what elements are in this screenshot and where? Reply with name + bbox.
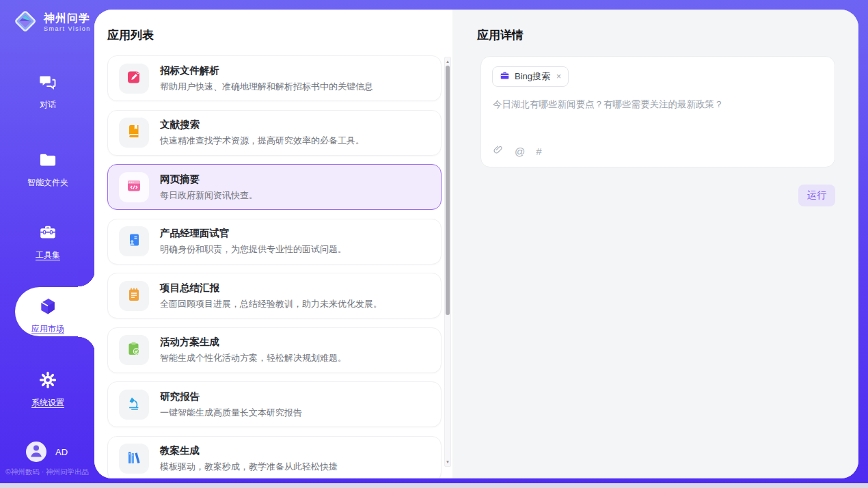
query-input[interactable]: 今日湖北有哪些新闻要点？有哪些需要关注的最新政策？ — [493, 98, 824, 111]
diamond-logo-icon — [12, 8, 38, 37]
app-title: 文献搜索 — [160, 118, 364, 131]
books-icon — [126, 449, 142, 468]
icon-tile — [119, 335, 149, 365]
microscope-icon — [126, 395, 142, 414]
sidebar-item-smart-folders[interactable]: 智能文件夹 — [0, 150, 96, 189]
folder-icon — [38, 150, 57, 172]
brand-tagline: Smart Vision — [44, 26, 91, 32]
avatar — [26, 442, 46, 462]
tool-chip-bing-search[interactable]: Bing搜索 × — [492, 66, 569, 87]
paperclip-icon[interactable] — [493, 144, 504, 158]
main-content: 应用列表 招标文件解析 帮助用户快速 — [94, 10, 858, 478]
app-card-bid-document-parsing[interactable]: 招标文件解析 帮助用户快速、准确地理解和解析招标书中的关键信息 — [107, 55, 442, 101]
app-list-panel: 应用列表 招标文件解析 帮助用户快速 — [94, 10, 452, 478]
app-card-research-report[interactable]: 研究报告 一键智能生成高质量长文本研究报告 — [107, 381, 442, 427]
hash-icon[interactable]: # — [536, 146, 541, 157]
sidebar-item-label: 对话 — [40, 99, 56, 111]
icon-tile — [119, 118, 149, 148]
app-title: 活动方案生成 — [160, 336, 347, 349]
app-card-literature-search[interactable]: 文献搜索 快速精准查找学术资源，提高研究效率的必备工具。 — [107, 110, 442, 156]
toolbox-icon — [38, 223, 57, 245]
run-button[interactable]: 运行 — [798, 185, 835, 206]
app-title: 招标文件解析 — [160, 64, 373, 77]
brand-name: 神州问学 — [44, 13, 91, 25]
icon-tile — [119, 226, 149, 256]
app-card-project-summary[interactable]: 项目总结汇报 全面回顾项目进展，总结经验教训，助力未来优化发展。 — [107, 273, 442, 318]
app-desc: 快速精准查找学术资源，提高研究效率的必备工具。 — [160, 135, 364, 147]
book-icon — [126, 123, 142, 142]
app-list-scrollbar[interactable]: ▲ ▼ — [444, 57, 451, 467]
briefcase-icon — [500, 70, 510, 83]
user-account[interactable]: AD — [26, 442, 68, 462]
cube-icon — [38, 297, 57, 318]
sidebar-item-chat[interactable]: 对话 — [0, 72, 96, 111]
app-title: 网页摘要 — [160, 173, 258, 186]
chat-icon — [38, 72, 57, 94]
app-title: 产品经理面试官 — [160, 227, 347, 240]
app-title: 教案生成 — [160, 444, 338, 457]
app-desc: 全面回顾项目进展，总结经验教训，助力未来优化发展。 — [160, 298, 382, 310]
app-desc: 帮助用户快速、准确地理解和解析招标书中的关键信息 — [160, 81, 373, 93]
app-title: 研究报告 — [160, 390, 302, 403]
sidebar-item-label: 工具集 — [36, 249, 60, 261]
user-initials: AD — [55, 447, 68, 457]
app-card-lesson-plan[interactable]: 教案生成 模板驱动，教案秒成，教学准备从此轻松快捷 — [107, 436, 442, 479]
icon-tile — [119, 444, 149, 474]
interview-doc-icon — [126, 232, 142, 251]
app-detail-panel: 应用详情 Bing搜索 × 今日湖北有哪些新闻要点？有哪些需要关注的最新政策？ — [452, 10, 858, 478]
sidebar-item-label: 系统设置 — [31, 397, 64, 409]
app-card-web-summary[interactable]: 网页摘要 每日政府新闻资讯快查。 — [107, 164, 442, 210]
close-icon[interactable]: × — [556, 72, 561, 81]
input-toolbar: @ # — [493, 144, 542, 158]
app-desc: 智能生成个性化活动方案，轻松解决规划难题。 — [160, 352, 347, 364]
app-desc: 一键智能生成高质量长文本研究报告 — [160, 407, 302, 419]
sidebar-item-label: 应用市场 — [31, 323, 64, 335]
sidebar-item-label: 智能文件夹 — [27, 177, 68, 189]
icon-tile — [119, 281, 149, 311]
notepad-icon — [126, 286, 142, 306]
at-icon[interactable]: @ — [515, 146, 525, 157]
sidebar-item-app-market[interactable]: 应用市场 — [0, 297, 96, 335]
clipboard-check-icon — [126, 340, 142, 360]
app-desc: 模板驱动，教案秒成，教学准备从此轻松快捷 — [160, 461, 338, 473]
icon-tile — [119, 64, 149, 94]
brand-logo: 神州问学 Smart Vision — [12, 8, 91, 37]
copyright-footer: ©神州数码 · 神州问学出品 — [5, 467, 89, 477]
active-nav-curve-top — [78, 269, 96, 287]
browser-code-icon — [126, 178, 142, 197]
app-card-event-plan[interactable]: 活动方案生成 智能生成个性化活动方案，轻松解决规划难题。 — [107, 327, 442, 373]
app-list: 招标文件解析 帮助用户快速、准确地理解和解析招标书中的关键信息 — [107, 55, 442, 478]
app-list-title: 应用列表 — [107, 27, 154, 43]
person-icon — [26, 442, 46, 462]
sidebar-item-settings[interactable]: 系统设置 — [0, 370, 96, 409]
bottom-edge-strip — [0, 483, 868, 488]
sidebar: 神州问学 Smart Vision 对话 智能文件夹 — [0, 0, 96, 483]
app-desc: 明确身份和职责，为您提供专业性的面试问题。 — [160, 243, 347, 256]
scroll-down-icon[interactable]: ▼ — [445, 459, 450, 465]
icon-tile — [119, 390, 149, 420]
app-detail-title: 应用详情 — [477, 27, 524, 43]
app-title: 项目总结汇报 — [160, 282, 382, 295]
gear-icon — [38, 370, 57, 392]
pen-square-icon — [126, 69, 142, 88]
prompt-input-card[interactable]: Bing搜索 × 今日湖北有哪些新闻要点？有哪些需要关注的最新政策？ @ # — [480, 56, 835, 167]
app-desc: 每日政府新闻资讯快查。 — [160, 189, 258, 202]
active-nav-curve-bottom — [78, 336, 96, 354]
tool-chip-label: Bing搜索 — [515, 70, 550, 83]
scroll-up-icon[interactable]: ▲ — [445, 58, 450, 65]
scrollbar-thumb[interactable] — [446, 66, 450, 315]
app-card-pm-interviewer[interactable]: 产品经理面试官 明确身份和职责，为您提供专业性的面试问题。 — [107, 219, 442, 265]
app-window: 神州问学 Smart Vision 对话 智能文件夹 — [0, 0, 868, 488]
sidebar-item-toolset[interactable]: 工具集 — [0, 223, 96, 261]
icon-tile — [119, 172, 149, 202]
